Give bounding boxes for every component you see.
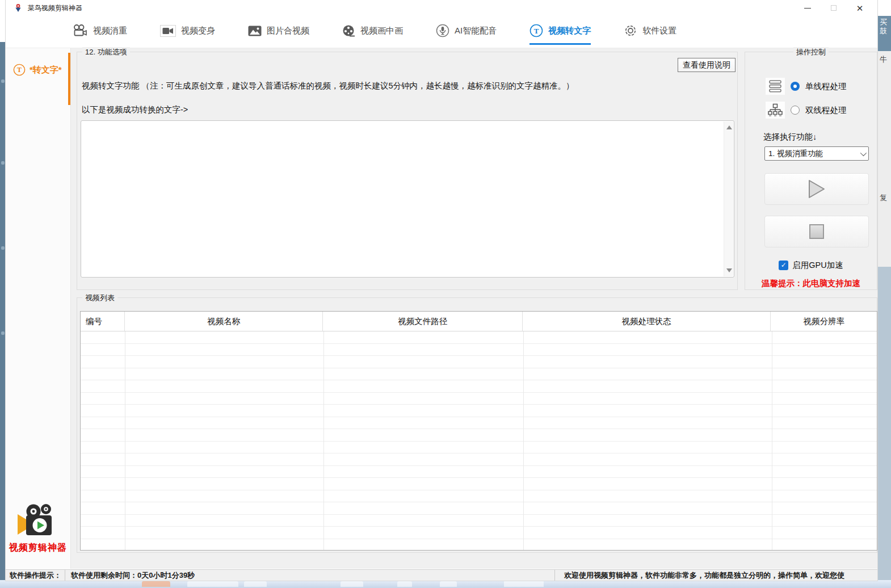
table-row[interactable] <box>81 356 877 368</box>
table-row[interactable] <box>81 405 877 417</box>
table-row[interactable] <box>81 539 877 551</box>
dual-thread-label: 双线程处理 <box>805 105 847 116</box>
gpu-checkbox[interactable]: ✓ <box>779 261 788 270</box>
brand-logo: 视频剪辑神器 <box>6 503 70 554</box>
welcome-text: 欢迎使用视频剪辑神器，软件功能非常多，功能都是独立分明的，操作简单，欢迎您使 <box>554 570 877 581</box>
tab-picture-in-picture[interactable]: 视频画中画 <box>342 19 403 45</box>
picture-icon <box>248 26 262 36</box>
video-camera-icon <box>160 25 176 37</box>
tab-video-to-text[interactable]: T 视频转文字 <box>529 19 591 45</box>
svg-text:T: T <box>534 27 539 35</box>
table-row[interactable] <box>81 380 877 393</box>
movie-camera-logo-icon <box>16 503 60 539</box>
letter-t-icon: T <box>13 64 26 76</box>
play-icon <box>808 179 826 199</box>
table-row[interactable] <box>81 429 877 442</box>
film-reel-icon <box>342 24 355 37</box>
gpu-checkbox-label: 启用GPU加速 <box>792 260 843 271</box>
tab-label: AI智能配音 <box>455 26 497 36</box>
table-row[interactable] <box>81 453 877 466</box>
minimize-button[interactable] <box>795 0 821 16</box>
stop-button[interactable] <box>764 216 869 247</box>
remaining-time-text: 软件使用剩余时间：0天0小时1分39秒 <box>65 570 200 581</box>
sidebar-active-indicator <box>68 53 70 105</box>
function-select[interactable]: 1. 视频消重功能 <box>764 146 869 161</box>
work-area: T *转文字* <box>6 48 877 569</box>
status-prefix: 软件操作提示： <box>6 570 65 581</box>
function-select-value: 1. 视频消重功能 <box>768 149 823 159</box>
app-window: 菜鸟视频剪辑神器 ✕ 视频消重 <box>6 0 877 581</box>
status-bar: 软件操作提示： 软件使用剩余时间：0天0小时1分39秒 欢迎使用视频剪辑神器，软… <box>6 569 877 581</box>
table-row[interactable] <box>81 527 877 539</box>
tab-image-to-video[interactable]: 图片合视频 <box>248 19 309 45</box>
background-window-right-sliver: 买鼓 牛 复 <box>877 0 891 580</box>
table-row[interactable] <box>81 478 877 490</box>
table-row[interactable] <box>81 344 877 356</box>
table-row[interactable] <box>81 417 877 430</box>
close-button[interactable]: ✕ <box>847 0 873 16</box>
tab-label: 软件设置 <box>642 26 676 36</box>
video-list-legend: 视频列表 <box>82 293 117 303</box>
table-row[interactable] <box>81 466 877 478</box>
window-title: 菜鸟视频剪辑神器 <box>28 3 82 13</box>
table-row[interactable] <box>81 515 877 527</box>
tab-video-dedupe[interactable]: 视频消重 <box>73 19 127 45</box>
tab-label: 视频消重 <box>93 26 127 36</box>
column-header-name: 视频名称 <box>125 312 323 331</box>
maximize-button[interactable] <box>821 0 847 16</box>
table-row[interactable] <box>81 368 877 381</box>
table-row[interactable] <box>81 502 877 515</box>
function-panel-legend: 12. 功能选项 <box>82 47 130 57</box>
video-table[interactable]: 编号 视频名称 视频文件路径 视频处理状态 视频分辨率 <box>80 311 877 551</box>
dual-thread-icon <box>766 102 785 119</box>
letter-t-icon: T <box>529 24 543 37</box>
function-panel: 12. 功能选项 查看使用说明 视频转文字功能 （注：可生成原创文章，建议导入普… <box>77 52 738 290</box>
stop-icon <box>809 224 824 239</box>
microphone-icon <box>436 24 449 37</box>
tab-video-transform[interactable]: 视频变身 <box>160 19 215 45</box>
text-area-scrollbar[interactable] <box>724 121 733 276</box>
sidebar-item-label: *转文字* <box>30 65 62 75</box>
brand-logo-label: 视频剪辑神器 <box>6 542 70 554</box>
video-list-panel: 视频列表 编号 视频名称 视频文件路径 视频处理状态 视频分辨率 <box>77 297 877 553</box>
windows-taskbar[interactable] <box>0 580 891 588</box>
single-thread-icon <box>766 78 785 95</box>
scroll-up-icon[interactable] <box>726 125 732 129</box>
scroll-down-icon[interactable] <box>726 268 732 272</box>
app-logo-icon <box>14 3 23 12</box>
gpu-hint-text: 温馨提示：此电脑支持加速 <box>745 278 877 289</box>
converted-text-label: 以下是视频成功转换的文字-> <box>82 104 188 115</box>
gear-icon <box>624 24 637 37</box>
single-thread-label: 单线程处理 <box>805 81 847 92</box>
table-row[interactable] <box>81 442 877 454</box>
sidebar: T *转文字* <box>6 48 71 569</box>
converted-text-area[interactable] <box>81 120 734 278</box>
chevron-down-icon <box>860 149 867 156</box>
column-header-path: 视频文件路径 <box>323 312 523 331</box>
column-header-resolution: 视频分辨率 <box>771 312 877 331</box>
tab-ai-dubbing[interactable]: AI智能配音 <box>436 19 497 45</box>
control-panel: 操作控制 单线程处理 <box>745 52 877 290</box>
table-row[interactable] <box>81 331 877 344</box>
control-panel-legend: 操作控制 <box>793 47 829 57</box>
view-instructions-button[interactable]: 查看使用说明 <box>678 58 736 72</box>
dual-thread-radio[interactable] <box>791 106 800 115</box>
table-row[interactable] <box>81 490 877 503</box>
movie-camera-icon <box>73 24 88 37</box>
single-thread-radio[interactable] <box>791 82 800 91</box>
tab-label: 视频变身 <box>181 26 215 36</box>
tab-label: 视频画中画 <box>360 26 403 36</box>
table-row[interactable] <box>81 393 877 405</box>
video-table-body <box>81 331 877 550</box>
background-window-left-sliver <box>0 42 6 580</box>
svg-text:T: T <box>17 66 22 74</box>
tab-settings[interactable]: 软件设置 <box>624 19 676 45</box>
sidebar-item-to-text[interactable]: T *转文字* <box>6 60 70 80</box>
title-bar[interactable]: 菜鸟视频剪辑神器 ✕ <box>6 0 877 16</box>
desktop-screen: 买鼓 牛 复 菜鸟视频剪辑神器 ✕ <box>0 0 891 588</box>
function-description: 视频转文字功能 （注：可生成原创文章，建议导入普通话标准的视频，视频时长建议5分… <box>82 81 574 91</box>
tab-bar: 视频消重 视频变身 图 <box>6 16 877 48</box>
video-table-header: 编号 视频名称 视频文件路径 视频处理状态 视频分辨率 <box>81 312 877 331</box>
start-button[interactable] <box>764 173 869 205</box>
column-header-status: 视频处理状态 <box>523 312 771 331</box>
